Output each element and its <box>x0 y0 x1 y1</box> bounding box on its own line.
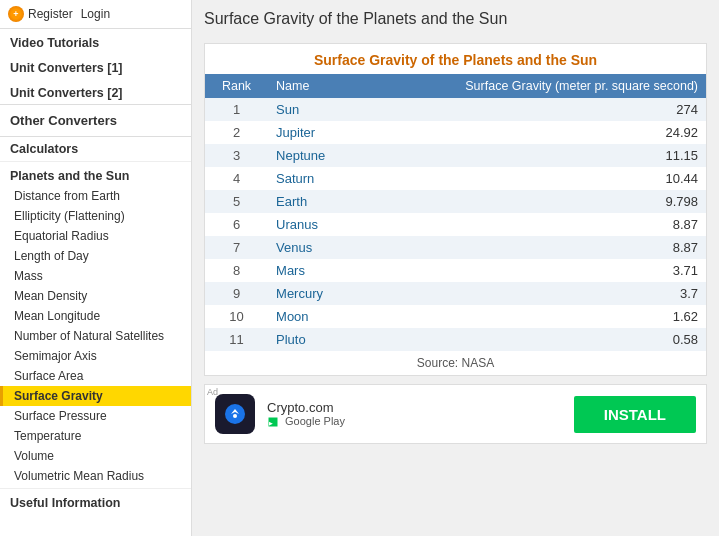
table-row: 3 Neptune 11.15 <box>205 144 706 167</box>
sidebar-item-temperature[interactable]: Temperature <box>0 426 191 446</box>
main-content: Surface Gravity of the Planets and the S… <box>192 0 719 536</box>
cell-rank: 8 <box>205 259 268 282</box>
source-note: Source: NASA <box>205 351 706 375</box>
cell-name[interactable]: Venus <box>268 236 359 259</box>
cell-rank: 3 <box>205 144 268 167</box>
table-row: 10 Moon 1.62 <box>205 305 706 328</box>
ad-brand: Crypto.com <box>267 400 345 415</box>
cell-rank: 9 <box>205 282 268 305</box>
sidebar-item-surface-gravity[interactable]: Surface Gravity <box>0 386 191 406</box>
cell-name[interactable]: Neptune <box>268 144 359 167</box>
cell-value: 3.71 <box>359 259 706 282</box>
planet-link[interactable]: Mercury <box>276 286 323 301</box>
ad-banner: Ad Crypto.com ▶ Google Play INSTALL <box>204 384 707 444</box>
cell-name[interactable]: Jupiter <box>268 121 359 144</box>
gravity-table-body: 1 Sun 274 2 Jupiter 24.92 3 Neptune 11.1… <box>205 98 706 351</box>
install-button[interactable]: INSTALL <box>574 396 696 433</box>
sidebar-item-mean-density[interactable]: Mean Density <box>0 286 191 306</box>
planet-link[interactable]: Neptune <box>276 148 325 163</box>
sidebar-item-surface-pressure[interactable]: Surface Pressure <box>0 406 191 426</box>
sidebar-item-unit-converters-1[interactable]: Unit Converters [1] <box>0 54 191 79</box>
cell-rank: 6 <box>205 213 268 236</box>
sidebar-item-video-tutorials[interactable]: Video Tutorials <box>0 29 191 54</box>
planet-link[interactable]: Uranus <box>276 217 318 232</box>
useful-information-label[interactable]: Useful Information <box>0 491 191 513</box>
table-row: 7 Venus 8.87 <box>205 236 706 259</box>
planet-link[interactable]: Moon <box>276 309 309 324</box>
sidebar-item-mass[interactable]: Mass <box>0 266 191 286</box>
register-icon: + <box>8 6 24 22</box>
cell-rank: 7 <box>205 236 268 259</box>
col-name: Name <box>268 74 359 98</box>
col-rank: Rank <box>205 74 268 98</box>
ad-text-block: Crypto.com ▶ Google Play <box>267 400 345 428</box>
table-row: 4 Saturn 10.44 <box>205 167 706 190</box>
table-title: Surface Gravity of the Planets and the S… <box>205 44 706 74</box>
sidebar-item-volumetric-mean-radius[interactable]: Volumetric Mean Radius <box>0 466 191 486</box>
sidebar-item-mean-longitude[interactable]: Mean Longitude <box>0 306 191 326</box>
divider-2 <box>0 488 191 489</box>
sidebar-item-ellipticity[interactable]: Ellipticity (Flattening) <box>0 206 191 226</box>
planets-group-label[interactable]: Planets and the Sun <box>0 164 191 186</box>
calculators-label[interactable]: Calculators <box>0 137 191 159</box>
planet-link[interactable]: Venus <box>276 240 312 255</box>
sidebar-item-number-of-natural-satellites[interactable]: Number of Natural Satellites <box>0 326 191 346</box>
planet-link[interactable]: Mars <box>276 263 305 278</box>
sidebar-item-semimajor-axis[interactable]: Semimajor Axis <box>0 346 191 366</box>
ad-icon <box>215 394 255 434</box>
cell-name[interactable]: Saturn <box>268 167 359 190</box>
planet-link[interactable]: Jupiter <box>276 125 315 140</box>
cell-value: 24.92 <box>359 121 706 144</box>
content-box: Surface Gravity of the Planets and the S… <box>204 43 707 376</box>
cell-rank: 11 <box>205 328 268 351</box>
sidebar-item-length-of-day[interactable]: Length of Day <box>0 246 191 266</box>
sidebar-item-unit-converters-2[interactable]: Unit Converters [2] <box>0 79 191 104</box>
register-label: Register <box>28 7 73 21</box>
planet-link[interactable]: Earth <box>276 194 307 209</box>
other-converters-label[interactable]: Other Converters <box>0 109 191 132</box>
cell-value: 1.62 <box>359 305 706 328</box>
planet-link[interactable]: Sun <box>276 102 299 117</box>
table-row: 8 Mars 3.71 <box>205 259 706 282</box>
ad-label: Ad <box>207 387 218 397</box>
cell-value: 0.58 <box>359 328 706 351</box>
planet-link[interactable]: Pluto <box>276 332 306 347</box>
table-row: 5 Earth 9.798 <box>205 190 706 213</box>
table-row: 6 Uranus 8.87 <box>205 213 706 236</box>
table-row: 11 Pluto 0.58 <box>205 328 706 351</box>
ad-store: ▶ Google Play <box>267 415 345 428</box>
sidebar-item-distance-from-earth[interactable]: Distance from Earth <box>0 186 191 206</box>
cell-rank: 10 <box>205 305 268 328</box>
table-row: 2 Jupiter 24.92 <box>205 121 706 144</box>
cell-name[interactable]: Mars <box>268 259 359 282</box>
cell-name[interactable]: Uranus <box>268 213 359 236</box>
cell-rank: 4 <box>205 167 268 190</box>
other-converters-section: Other Converters <box>0 104 191 137</box>
cell-name[interactable]: Mercury <box>268 282 359 305</box>
sidebar-header: + Register Login <box>0 0 191 29</box>
cell-value: 3.7 <box>359 282 706 305</box>
register-button[interactable]: + Register <box>8 6 73 22</box>
col-gravity: Surface Gravity (meter pr. square second… <box>359 74 706 98</box>
login-link[interactable]: Login <box>81 7 110 21</box>
sidebar-item-volume[interactable]: Volume <box>0 446 191 466</box>
cell-name[interactable]: Sun <box>268 98 359 121</box>
sidebar-item-equatorial-radius[interactable]: Equatorial Radius <box>0 226 191 246</box>
table-row: 9 Mercury 3.7 <box>205 282 706 305</box>
cell-value: 10.44 <box>359 167 706 190</box>
table-row: 1 Sun 274 <box>205 98 706 121</box>
cell-name[interactable]: Pluto <box>268 328 359 351</box>
cell-value: 274 <box>359 98 706 121</box>
cell-rank: 2 <box>205 121 268 144</box>
svg-point-1 <box>233 414 237 418</box>
cell-name[interactable]: Moon <box>268 305 359 328</box>
cell-value: 8.87 <box>359 213 706 236</box>
gravity-table: Rank Name Surface Gravity (meter pr. squ… <box>205 74 706 351</box>
planet-link[interactable]: Saturn <box>276 171 314 186</box>
sidebar-items-list: Distance from EarthEllipticity (Flatteni… <box>0 186 191 486</box>
divider <box>0 161 191 162</box>
cell-value: 8.87 <box>359 236 706 259</box>
sidebar-item-surface-area[interactable]: Surface Area <box>0 366 191 386</box>
cell-name[interactable]: Earth <box>268 190 359 213</box>
cell-rank: 5 <box>205 190 268 213</box>
